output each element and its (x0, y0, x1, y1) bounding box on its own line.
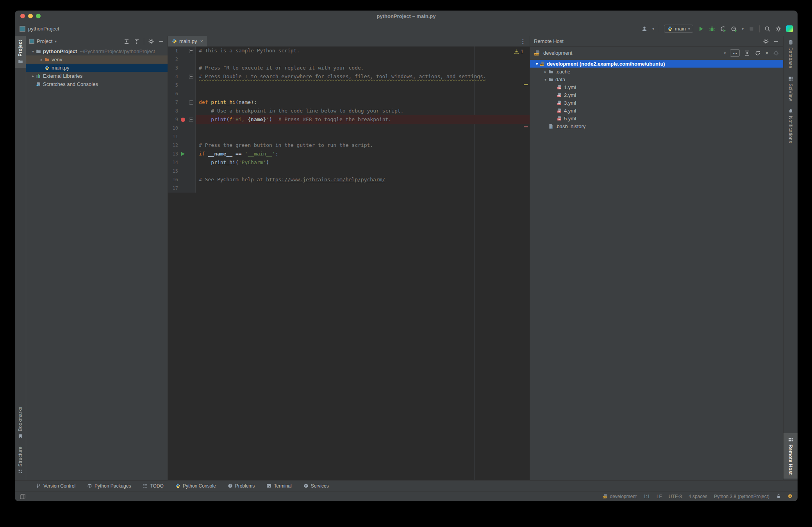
hide-project-panel-icon[interactable] (158, 38, 164, 45)
code-text[interactable]: # Press Double ⇧ to search everywhere fo… (196, 72, 530, 81)
collapse-all-icon[interactable] (134, 38, 140, 45)
remote-tree-item-5-yml[interactable]: YML5.yml (530, 114, 783, 122)
stripe-tab-sciview[interactable]: SciView (783, 72, 798, 105)
status-item-4-spaces[interactable]: 4 spaces (689, 494, 707, 499)
toolwindow-button-version-control[interactable]: Version Control (36, 483, 75, 489)
code-text[interactable]: # Use a breakpoint in the code line belo… (196, 107, 530, 115)
refresh-icon[interactable] (755, 50, 761, 56)
toolwindow-button-services[interactable]: Services (303, 483, 329, 489)
project-options-gear-icon[interactable] (148, 38, 154, 45)
run-slot[interactable] (178, 152, 187, 156)
disconnect-icon[interactable]: × (765, 50, 769, 56)
gutter-line-13[interactable]: 13 (168, 150, 196, 158)
code-text[interactable]: def print_hi(name): (196, 98, 530, 107)
chevron-down-icon[interactable]: ▾ (534, 62, 540, 66)
hide-remote-panel-icon[interactable] (773, 38, 779, 45)
browse-remote-more-button[interactable]: ... (730, 49, 740, 57)
remote-tree-item-data[interactable]: ▾data (530, 75, 783, 83)
status-item-python-3-8-pythonproject[interactable]: Python 3.8 (pythonProject) (714, 494, 769, 499)
chevron-down-icon[interactable]: ▾ (543, 77, 548, 82)
gutter-line-12[interactable]: 12 (168, 141, 196, 150)
user-avatar-icon[interactable] (641, 26, 648, 32)
project-tree-item-external-libraries[interactable]: ▸External Libraries (26, 72, 168, 80)
stripe-tab-bookmarks[interactable]: Bookmarks (15, 403, 26, 443)
line-number[interactable]: 4 (168, 72, 178, 81)
breakpoint-icon[interactable] (181, 118, 185, 122)
line-number[interactable]: 12 (168, 141, 178, 150)
code-line-7[interactable]: 7def print_hi(name): (168, 98, 530, 107)
code-line-14[interactable]: 14 print_hi('PyCharm') (168, 158, 530, 167)
remote-tree-item-cache[interactable]: ▸.cache (530, 68, 783, 75)
project-tree-item-main-py[interactable]: main.py (26, 64, 168, 72)
debug-button[interactable] (709, 26, 715, 32)
profiler-button[interactable] (731, 26, 737, 32)
code-line-9[interactable]: 9 print(f'Hi, {name}') # Press ⌘F8 to to… (168, 115, 530, 124)
code-text[interactable] (196, 89, 530, 98)
close-window-button[interactable] (20, 14, 25, 18)
chevron-right-icon[interactable]: ▸ (30, 74, 36, 78)
status-item-1-1[interactable]: 1:1 (643, 494, 650, 499)
toolwindow-button-todo[interactable]: TODO (143, 483, 163, 489)
code-line-1[interactable]: 1# This is a sample Python script. (168, 46, 530, 55)
code-line-6[interactable]: 6 (168, 89, 530, 98)
run-line-icon[interactable] (181, 152, 185, 156)
code-text[interactable] (196, 184, 530, 193)
project-tree-item-venv[interactable]: ▸venv (26, 55, 168, 64)
gutter-line-2[interactable]: 2 (168, 55, 196, 64)
error-stripe-warning-mark[interactable] (524, 84, 528, 85)
settings-gear-icon[interactable] (775, 26, 782, 32)
tab-options-kebab-icon[interactable]: ⋮ (516, 36, 530, 46)
code-line-10[interactable]: 10 (168, 124, 530, 132)
line-number[interactable]: 1 (168, 46, 178, 55)
tab-main-py[interactable]: main.py × (168, 36, 207, 46)
gutter-line-8[interactable]: 8 (168, 107, 196, 115)
code-editor[interactable]: 1# This is a sample Python script.23# Pr… (168, 46, 530, 480)
code-text[interactable]: # Press ^R to execute it or replace it w… (196, 64, 530, 72)
gutter-line-7[interactable]: 7 (168, 98, 196, 107)
status-item-development[interactable]: SFTPdevelopment (603, 494, 637, 499)
status-item-utf-8[interactable]: UTF-8 (669, 494, 682, 499)
project-tree-item-scratches-and-consoles[interactable]: Scratches and Consoles (26, 80, 168, 88)
stripe-tab-remote-host[interactable]: Remote Host (783, 433, 798, 479)
stripe-tab-structure[interactable]: Structure (15, 443, 26, 478)
remote-tree-item-3-yml[interactable]: YML3.yml (530, 99, 783, 107)
layout-panels-icon[interactable] (20, 493, 26, 500)
toolwindow-button-problems[interactable]: Problems (228, 483, 255, 489)
remote-tree-item-4-yml[interactable]: YML4.yml (530, 107, 783, 114)
remote-tree-item-1-yml[interactable]: YML1.yml (530, 83, 783, 91)
code-text[interactable]: # This is a sample Python script. (196, 46, 530, 55)
gutter-line-3[interactable]: 3 (168, 64, 196, 72)
remote-tree-item-2-yml[interactable]: YML2.yml (530, 91, 783, 99)
minimize-window-button[interactable] (28, 14, 33, 18)
code-text[interactable]: # Press the green button in the gutter t… (196, 141, 530, 150)
remote-tree-item-bash-history[interactable]: ?.bash_history (530, 122, 783, 130)
code-line-15[interactable]: 15 (168, 167, 530, 175)
error-stripe-breakpoint-mark[interactable] (524, 126, 528, 127)
server-selector-label[interactable]: development (543, 50, 572, 56)
fold-marker-icon[interactable] (189, 75, 193, 79)
pycharm-logo-icon[interactable] (786, 25, 793, 32)
run-with-coverage-button[interactable] (720, 26, 726, 32)
gutter-line-1[interactable]: 1 (168, 46, 196, 55)
search-everywhere-icon[interactable] (764, 26, 771, 32)
gutter-line-10[interactable]: 10 (168, 124, 196, 132)
project-widget[interactable]: pythonProject (20, 26, 59, 32)
fold-marker-icon[interactable] (189, 100, 193, 105)
gutter-line-4[interactable]: 4 (168, 72, 196, 81)
gutter-line-14[interactable]: 14 (168, 158, 196, 167)
code-text[interactable] (196, 167, 530, 175)
code-text[interactable] (196, 81, 530, 89)
line-number[interactable]: 10 (168, 124, 178, 132)
avatar-dropdown-icon[interactable]: ▾ (652, 27, 654, 31)
fold-marker-slot[interactable] (187, 100, 195, 105)
project-tree-item-pythonproject[interactable]: ▾pythonProject~/PycharmProjects/pythonPr… (26, 47, 168, 55)
code-text[interactable]: # See PyCharm help at https://www.jetbra… (196, 175, 530, 184)
line-number[interactable]: 14 (168, 158, 178, 167)
code-line-17[interactable]: 17 (168, 184, 530, 193)
project-view-dropdown-icon[interactable]: ▾ (55, 39, 57, 43)
chevron-right-icon[interactable]: ▸ (39, 57, 45, 62)
status-item-sync[interactable] (788, 494, 793, 499)
code-text[interactable] (196, 55, 530, 64)
zoom-window-button[interactable] (36, 14, 41, 18)
server-dropdown-icon[interactable]: ▾ (724, 51, 726, 55)
